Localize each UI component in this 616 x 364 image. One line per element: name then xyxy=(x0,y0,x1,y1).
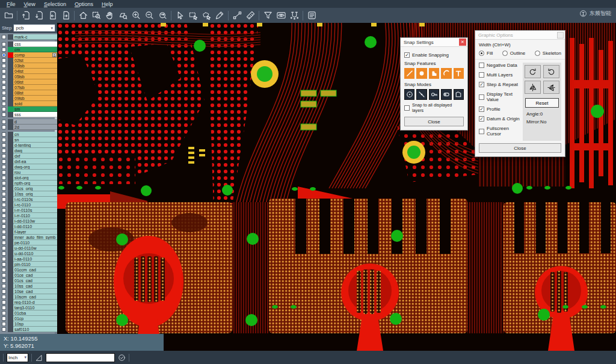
checkbox-fullscreen-cursor[interactable] xyxy=(479,129,484,134)
layer-row-pe-0110[interactable]: pe-0110 xyxy=(0,240,57,245)
step-combo[interactable]: pcb ▾ xyxy=(13,24,55,32)
layer-visibility-checkbox[interactable] xyxy=(2,262,6,267)
layer-row-10sp[interactable]: 10sp xyxy=(0,321,57,327)
layer-row-2d[interactable]: 2d xyxy=(0,125,57,130)
mode-point-button[interactable] xyxy=(416,89,427,100)
layer-visibility-checkbox[interactable] xyxy=(2,35,6,39)
layer-row-u-dd-0110[interactable]: u-dd-0110 xyxy=(0,251,57,256)
layer-visibility-checkbox[interactable] xyxy=(2,113,6,117)
layer-visibility-checkbox[interactable] xyxy=(2,327,6,332)
rotate-ccw-button[interactable] xyxy=(543,65,559,78)
layer-row-04lst[interactable]: 04lst xyxy=(0,69,57,74)
layer-row-06lst[interactable]: 06lst xyxy=(0,79,57,85)
layer-row-saf0110[interactable]: saf0110 xyxy=(0,327,57,332)
layer-visibility-checkbox[interactable] xyxy=(2,91,6,95)
layer-visibility-checkbox[interactable] xyxy=(2,306,6,310)
home-button[interactable] xyxy=(76,9,90,22)
layer-row-01ccm_cad[interactable]: 01ccm_cad xyxy=(0,267,57,273)
mirror-horizontal-button[interactable] xyxy=(525,81,541,94)
layer-visibility-checkbox[interactable] xyxy=(2,224,6,229)
enable-snapping-checkbox[interactable] xyxy=(404,52,410,58)
layer-row-reg-0110-d[interactable]: reg-0110-d xyxy=(0,300,57,305)
layer-visibility-checkbox[interactable] xyxy=(2,120,6,124)
pan-hand-button[interactable] xyxy=(103,9,116,22)
menu-view[interactable]: View xyxy=(20,1,40,7)
layer-row-10ss_orig[interactable]: 10ss_orig xyxy=(0,191,57,197)
layer-row-i-aa-0110[interactable]: i-aa-0110 xyxy=(0,256,57,262)
layer-row-08lst[interactable]: 08lst xyxy=(0,90,57,96)
layer-visibility-checkbox[interactable] xyxy=(2,192,6,196)
select-rectangle-button[interactable] xyxy=(186,9,200,22)
measure-ruler-button[interactable] xyxy=(244,9,257,22)
layer-visibility-checkbox[interactable] xyxy=(2,53,6,57)
export-page-up-button[interactable] xyxy=(19,9,32,22)
layer-visibility-checkbox[interactable] xyxy=(2,289,6,294)
layer-row-sold[interactable]: sold xyxy=(0,101,57,106)
layer-visibility-checkbox[interactable] xyxy=(2,230,6,234)
radio-fill[interactable] xyxy=(479,51,484,56)
layer-visibility-checkbox[interactable] xyxy=(2,214,6,218)
layer-visibility-checkbox[interactable] xyxy=(2,149,6,153)
layer-row-inner_auto_film_symb[interactable]: inner_auto_film_symb xyxy=(0,235,57,240)
zoom-in-button[interactable] xyxy=(129,9,143,22)
layer-visibility-checkbox[interactable] xyxy=(2,246,6,250)
snap-text-button[interactable] xyxy=(454,68,464,79)
zoom-object-button[interactable] xyxy=(116,9,129,22)
mode-center-button[interactable] xyxy=(404,89,414,100)
menu-file[interactable]: File xyxy=(2,1,20,7)
layer-visibility-checkbox[interactable] xyxy=(2,125,6,129)
radio-outline[interactable] xyxy=(502,51,508,56)
layer-visibility-checkbox[interactable] xyxy=(2,64,6,68)
snap-corner-button[interactable] xyxy=(429,68,439,79)
layer-visibility-checkbox[interactable] xyxy=(2,311,6,315)
reset-button[interactable]: Reset xyxy=(525,98,559,108)
layer-row-10scm_cad[interactable]: 10scm_cad xyxy=(0,294,57,300)
layer-visibility-checkbox[interactable] xyxy=(2,279,6,283)
measure-line-button[interactable] xyxy=(230,9,244,22)
layer-row-02lst[interactable]: 02lst xyxy=(0,58,57,63)
highlight-brush-button[interactable] xyxy=(213,9,226,22)
layer-row-01cs_orig[interactable]: 01cs_orig xyxy=(0,186,57,191)
layer-row-mark-c[interactable]: mark-c xyxy=(0,34,57,40)
layer-visibility-checkbox[interactable] xyxy=(2,300,6,304)
layer-visibility-checkbox[interactable] xyxy=(2,251,6,256)
unit-combo[interactable]: Inch ▾ xyxy=(7,353,28,362)
zoom-out-button[interactable] xyxy=(143,9,156,22)
layer-row-01cs_cad[interactable]: 01cs_cad xyxy=(0,278,57,283)
layer-row-sss[interactable]: sss xyxy=(0,112,57,117)
page-forward-button[interactable] xyxy=(59,9,72,22)
layer-row-slot-org[interactable]: slot-org xyxy=(0,175,57,180)
layer-row-targ3-0110[interactable]: targ3-0110 xyxy=(0,305,57,310)
layer-visibility-checkbox[interactable] xyxy=(2,219,6,223)
layer-row-dwg-org[interactable]: dwg-org xyxy=(0,164,57,170)
layer-visibility-checkbox[interactable] xyxy=(2,316,6,321)
layer-visibility-checkbox[interactable] xyxy=(2,58,6,63)
layer-visibility-checkbox[interactable] xyxy=(2,80,6,84)
layer-row-sm[interactable]: sm xyxy=(0,106,57,112)
layer-visibility-checkbox[interactable] xyxy=(2,241,6,245)
layer-visibility-checkbox[interactable] xyxy=(2,143,6,147)
layer-row-09lsb[interactable]: 09lsb xyxy=(0,96,57,101)
layer-row-css[interactable]: css xyxy=(0,42,57,47)
mirror-vertical-button[interactable] xyxy=(543,81,559,94)
layer-row-03lsb[interactable]: 03lsb xyxy=(0,63,57,69)
layer-row-f-layer[interactable]: f-layer xyxy=(0,229,57,235)
mode-slot-button[interactable] xyxy=(441,89,451,100)
layer-visibility-checkbox[interactable] xyxy=(2,132,6,137)
layer-visibility-checkbox[interactable] xyxy=(2,197,6,202)
view-eye-button[interactable] xyxy=(274,9,288,22)
layer-row-npth-org[interactable]: npth-org xyxy=(0,180,57,186)
zoom-window-button[interactable] xyxy=(90,9,103,22)
checkbox-step-repeat[interactable] xyxy=(479,82,484,87)
page-back-button[interactable] xyxy=(46,9,59,22)
layer-row-dwg[interactable]: dwg xyxy=(0,148,57,153)
layer-visibility-checkbox[interactable] xyxy=(2,107,6,111)
layer-visibility-checkbox[interactable] xyxy=(2,268,6,272)
mode-key-button[interactable] xyxy=(429,89,439,100)
layer-visibility-checkbox[interactable] xyxy=(2,187,6,191)
layer-visibility-checkbox[interactable] xyxy=(2,181,6,185)
layer-row-01cp[interactable]: 01cp xyxy=(0,316,57,321)
layer-row-cm[interactable]: cm xyxy=(0,47,57,52)
checkbox-multi-layers[interactable] xyxy=(479,72,484,78)
layer-row-i-rc-0110s[interactable]: i-rc-0110s xyxy=(0,197,57,202)
